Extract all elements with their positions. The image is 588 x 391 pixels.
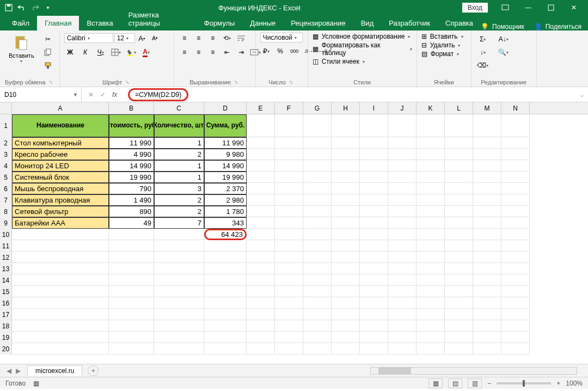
cell[interactable] — [247, 286, 275, 297]
cell[interactable] — [204, 286, 247, 297]
col-header[interactable]: K — [416, 102, 445, 114]
cell[interactable]: 2 980 — [204, 194, 247, 206]
cell[interactable] — [360, 274, 388, 286]
col-header[interactable]: F — [275, 102, 303, 114]
page-layout-view-icon[interactable]: ▤ — [448, 378, 462, 388]
cell[interactable] — [416, 160, 445, 172]
cell[interactable] — [360, 114, 388, 137]
cell[interactable] — [247, 114, 275, 137]
col-header[interactable]: C — [154, 102, 204, 114]
align-center-icon[interactable]: ≡ — [193, 47, 205, 58]
cell[interactable] — [303, 297, 332, 309]
cell[interactable]: 19 990 — [109, 172, 154, 183]
cell[interactable] — [388, 320, 416, 332]
cell[interactable] — [275, 274, 303, 286]
cell[interactable]: 790 — [109, 183, 154, 194]
login-button[interactable]: Вход — [462, 3, 488, 13]
cell[interactable] — [247, 172, 275, 183]
cell[interactable]: 11 990 — [204, 137, 247, 149]
cell[interactable] — [332, 286, 360, 297]
cell[interactable] — [303, 252, 332, 263]
cell[interactable] — [388, 240, 416, 252]
cell[interactable] — [473, 343, 501, 355]
alignment-launcher-icon[interactable]: ⤡ — [233, 80, 240, 85]
tab-home[interactable]: Главная — [37, 16, 79, 30]
font-launcher-icon[interactable]: ⤡ — [124, 80, 131, 85]
col-header[interactable]: M — [473, 102, 501, 114]
cell[interactable] — [473, 332, 501, 343]
font-size-combo[interactable]: 12▾ — [114, 33, 135, 43]
cell[interactable] — [109, 309, 154, 320]
cell[interactable] — [12, 320, 109, 332]
insert-cells-button[interactable]: ⊞Вставить▾ — [421, 33, 463, 40]
cell[interactable] — [275, 332, 303, 343]
row-header[interactable]: 9 — [0, 217, 12, 229]
cell[interactable] — [360, 240, 388, 252]
cell[interactable]: 9 980 — [204, 149, 247, 160]
cell[interactable] — [416, 286, 445, 297]
cell[interactable]: 14 990 — [109, 160, 154, 172]
cell[interactable] — [473, 274, 501, 286]
cell[interactable] — [303, 309, 332, 320]
cell[interactable] — [445, 263, 473, 274]
tab-file[interactable]: Файл — [4, 16, 37, 30]
cell[interactable] — [473, 252, 501, 263]
cell[interactable]: 2 — [154, 194, 204, 206]
cell[interactable] — [109, 252, 154, 263]
cell[interactable] — [473, 114, 501, 137]
cell[interactable] — [360, 217, 388, 229]
cell[interactable] — [360, 206, 388, 217]
cell[interactable] — [275, 114, 303, 137]
cell[interactable] — [247, 332, 275, 343]
cell[interactable] — [332, 252, 360, 263]
number-launcher-icon[interactable]: ⤡ — [288, 80, 295, 85]
cell[interactable] — [154, 297, 204, 309]
cell[interactable] — [501, 274, 530, 286]
cell[interactable] — [154, 252, 204, 263]
col-header[interactable]: N — [501, 102, 530, 114]
cell[interactable] — [360, 149, 388, 160]
enter-formula-icon[interactable]: ✓ — [100, 91, 106, 99]
cell[interactable]: 1 780 — [204, 206, 247, 217]
cell[interactable]: 1 — [154, 137, 204, 149]
cell[interactable] — [204, 332, 247, 343]
col-header[interactable]: H — [332, 102, 360, 114]
cell[interactable] — [109, 286, 154, 297]
cell[interactable] — [360, 229, 388, 240]
cell[interactable] — [388, 263, 416, 274]
cancel-formula-icon[interactable]: ✕ — [88, 91, 94, 99]
cell[interactable] — [501, 217, 530, 229]
cell[interactable] — [303, 229, 332, 240]
cell[interactable]: Сетевой фильтр — [12, 206, 109, 217]
decrease-indent-icon[interactable]: ⇤ — [221, 47, 233, 58]
cell[interactable] — [445, 252, 473, 263]
cell[interactable] — [416, 320, 445, 332]
cell[interactable] — [247, 160, 275, 172]
cell[interactable] — [303, 114, 332, 137]
cell[interactable] — [416, 217, 445, 229]
cell[interactable] — [501, 114, 530, 137]
cell[interactable] — [303, 149, 332, 160]
cell[interactable] — [275, 217, 303, 229]
add-sheet-icon[interactable]: + — [88, 365, 99, 376]
cell[interactable] — [275, 263, 303, 274]
cell[interactable] — [416, 263, 445, 274]
cell[interactable] — [501, 137, 530, 149]
cell[interactable] — [109, 240, 154, 252]
cell[interactable] — [445, 149, 473, 160]
cell[interactable] — [12, 229, 109, 240]
cell[interactable] — [388, 114, 416, 137]
cell[interactable] — [388, 194, 416, 206]
row-header[interactable]: 1 — [0, 114, 12, 137]
cell[interactable] — [501, 309, 530, 320]
normal-view-icon[interactable]: ▦ — [428, 378, 443, 388]
font-name-combo[interactable]: Calibri▾ — [64, 33, 113, 43]
cell[interactable] — [247, 320, 275, 332]
cell[interactable] — [416, 137, 445, 149]
cell[interactable] — [275, 206, 303, 217]
cell[interactable] — [332, 217, 360, 229]
cell[interactable] — [416, 309, 445, 320]
cell[interactable] — [388, 206, 416, 217]
cell[interactable] — [247, 240, 275, 252]
cell[interactable] — [473, 183, 501, 194]
